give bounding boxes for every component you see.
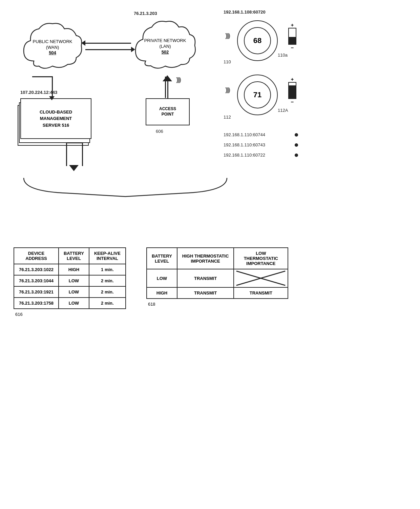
thermostat1-battery: + − xyxy=(288,22,296,50)
thermostat1-circle: 68 xyxy=(244,27,271,54)
dot1 xyxy=(295,133,298,137)
thermostat2-minus: − xyxy=(288,99,296,105)
t1-battery-fill xyxy=(289,37,296,45)
col-high-thermostatic: HIGH THERMOSTATICIMPORTANCE xyxy=(177,248,234,269)
table-row: HIGH TRANSMIT TRANSMIT xyxy=(147,287,288,299)
cell-addr-3: 76.21.3.203:1921 xyxy=(14,286,59,298)
wan-cloud: PUBLIC NETWORK(WAN)504 xyxy=(20,20,85,75)
cell-batt-1: HIGH xyxy=(59,264,89,275)
cell-batt-3: LOW xyxy=(59,286,89,298)
col-battery-level-2: BATTERYLEVEL xyxy=(147,248,177,269)
access-point-id: 606 xyxy=(156,129,163,134)
ip-thermostat1: 192.168.1.108:60720 xyxy=(224,9,266,15)
wifi-arcs-right: )))) xyxy=(176,76,180,83)
table618: BATTERYLEVEL HIGH THERMOSTATICIMPORTANCE… xyxy=(146,247,288,299)
server-box: CLOUD-BASEDMANAGEMENTSERVER 516 xyxy=(20,98,91,139)
diagram-section: PUBLIC NETWORK(WAN)504 PRIVATE NETWORK(L… xyxy=(0,0,420,237)
cell-kai-3: 2 min. xyxy=(89,286,126,298)
arrow-head-to-wan xyxy=(81,40,85,46)
thermostat1-minus: − xyxy=(288,45,296,50)
cell-batt-2: LOW xyxy=(59,275,89,286)
table616-wrapper: DEVICEADDRESS BATTERYLEVEL KEEP-ALIVEINT… xyxy=(14,247,126,321)
access-point-label: ACCESSPOINT xyxy=(159,106,176,117)
thermostat2-battery-label: 112A xyxy=(278,108,288,113)
thermostat1-wifi: (((( xyxy=(226,32,230,39)
down-arrow-v-right xyxy=(82,142,83,166)
ip-wan-lan: 76.21.3.203 xyxy=(134,11,157,16)
down-arrow-h xyxy=(66,142,83,143)
lan-id: 502 xyxy=(162,49,169,55)
col-battery-level-1: BATTERYLEVEL xyxy=(59,248,89,264)
table616-label-area: 616 xyxy=(14,309,126,321)
cell-kai-1: 1 min. xyxy=(89,264,126,275)
dot3 xyxy=(295,154,298,157)
table618-wrapper: BATTERYLEVEL HIGH THERMOSTATICIMPORTANCE… xyxy=(146,247,288,311)
cell-t2-high-low: TRANSMIT xyxy=(177,269,234,287)
thermostat2-group: 71 (((( + − xyxy=(237,75,278,115)
thermostat1-group-label: 110 xyxy=(224,59,231,64)
cell-addr-1: 76.21.3.203:1022 xyxy=(14,264,59,275)
down-arrow-v-left xyxy=(66,142,67,166)
thermostat2-wifi: (((( xyxy=(226,86,230,94)
dot2 xyxy=(295,143,298,147)
arrow-head-down-server xyxy=(49,96,55,100)
t2-battery-top xyxy=(289,83,296,85)
table618-id: 618 xyxy=(148,302,155,307)
thermostat2-group-label: 112 xyxy=(224,115,231,120)
cell-t2-high-high: TRANSMIT xyxy=(177,287,234,299)
ip-device2: 192.168.1.110:60743 xyxy=(224,142,265,147)
wan-id: 504 xyxy=(49,50,56,55)
thermostat1-group: 68 (((( + − xyxy=(237,20,278,61)
table-row: LOW TRANSMIT xyxy=(147,269,288,287)
cell-kai-2: 2 min. xyxy=(89,275,126,286)
cell-addr-4: 76.21.3.203:1758 xyxy=(14,298,59,309)
table616-id: 616 xyxy=(15,312,23,317)
table618-label-area: 618 xyxy=(146,299,288,311)
col-low-thermostatic: LOW THERMOSTATICIMPORTANCE xyxy=(234,248,288,269)
cell-kai-4: 2 min. xyxy=(89,298,126,309)
wan-label: PUBLIC NETWORK(WAN)504 xyxy=(33,39,72,56)
antenna-triangle xyxy=(163,75,172,81)
arrow-line-wan-lan xyxy=(85,43,131,44)
col-keepalive: KEEP-ALIVEINTERVAL xyxy=(89,248,126,264)
cell-addr-2: 76.21.3.203:1044 xyxy=(14,275,59,286)
tables-container: DEVICEADDRESS BATTERYLEVEL KEEP-ALIVEINT… xyxy=(14,244,406,321)
arrow-wan-to-server-v xyxy=(52,76,53,97)
access-point-box: ACCESSPOINT xyxy=(146,98,190,125)
table-row: 76.21.3.203:1758 LOW 2 min. xyxy=(14,298,126,309)
thermostat2-plus: + xyxy=(288,76,296,82)
thermostat2-id: 71 xyxy=(253,90,261,99)
server-label: CLOUD-BASEDMANAGEMENTSERVER 516 xyxy=(40,109,72,129)
ip-device3: 192.168.1.110:60722 xyxy=(224,152,265,158)
thermostat1-battery-label: 110a xyxy=(278,53,288,58)
table-row: 76.21.3.203:1022 HIGH 1 min. xyxy=(14,264,126,275)
lan-cloud: PRIVATE NETWORK(LAN)502 xyxy=(132,17,198,76)
thermostat1-plus: + xyxy=(288,22,296,28)
cell-t2-low-low xyxy=(234,269,288,287)
cell-t2-batt-low: LOW xyxy=(147,269,177,287)
table-row: 76.21.3.203:1921 LOW 2 min. xyxy=(14,286,126,298)
brace-svg xyxy=(14,175,237,202)
lan-label: PRIVATE NETWORK(LAN)502 xyxy=(144,38,186,55)
col-device-address: DEVICEADDRESS xyxy=(14,248,59,264)
down-arrow-head xyxy=(69,165,79,171)
thermostat1-id: 68 xyxy=(253,36,261,45)
t1-battery-top xyxy=(289,28,296,37)
thermostat1-battery-body xyxy=(288,28,296,45)
cell-t2-low-high: TRANSMIT xyxy=(234,287,288,299)
table616: DEVICEADDRESS BATTERYLEVEL KEEP-ALIVEINT… xyxy=(14,247,126,309)
thermostat2-circle: 71 xyxy=(244,81,271,108)
thermostat2-battery-body xyxy=(288,82,296,99)
ip-device1: 192.168.1.110:60744 xyxy=(224,132,265,137)
t2-battery-fill xyxy=(289,85,296,99)
thermostat2-battery: + − xyxy=(288,76,296,105)
tables-section: DEVICEADDRESS BATTERYLEVEL KEEP-ALIVEINT… xyxy=(0,237,420,334)
arrow-head-to-lan xyxy=(131,47,135,52)
antenna-line xyxy=(167,80,168,98)
arrow-line-lan-right xyxy=(85,49,131,50)
table-row: 76.21.3.203:1044 LOW 2 min. xyxy=(14,275,126,286)
cell-batt-4: LOW xyxy=(59,298,89,309)
arrow-lan-to-ap-v xyxy=(165,77,166,98)
cell-t2-batt-high: HIGH xyxy=(147,287,177,299)
arrow-wan-to-server-h xyxy=(32,76,53,77)
